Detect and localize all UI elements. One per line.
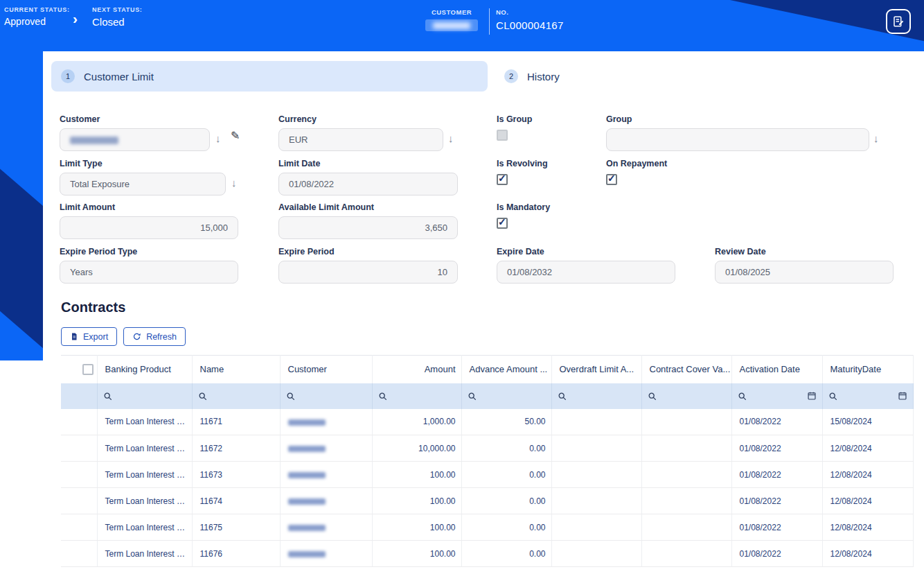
- filter-maturity-date[interactable]: [822, 383, 913, 409]
- field-available-limit-amount: Available Limit Amount 3,650: [278, 202, 458, 239]
- filter-name[interactable]: [192, 383, 280, 409]
- currency-input[interactable]: EUR: [278, 128, 443, 151]
- is-mandatory-label: Is Mandatory: [497, 202, 550, 212]
- next-status-value: Closed: [92, 16, 143, 28]
- is-revolving-checkbox[interactable]: [497, 174, 508, 185]
- contract-row[interactable]: Term Loan Interest C... 11672 10,000.00 …: [61, 435, 913, 462]
- cell-banking-product: Term Loan Interest C...: [97, 462, 192, 488]
- available-limit-amount-input[interactable]: 3,650: [278, 216, 458, 239]
- on-repayment-checkbox[interactable]: [606, 174, 617, 185]
- group-dropdown-arrow-icon[interactable]: ↓: [873, 133, 879, 144]
- tab-customer-limit[interactable]: 1 Customer Limit: [51, 61, 488, 92]
- document-edit-icon: [892, 15, 905, 28]
- field-review-date: Review Date 01/08/2025: [715, 247, 894, 284]
- filter-amount[interactable]: [372, 383, 461, 409]
- calendar-icon[interactable]: [898, 391, 907, 401]
- field-is-mandatory: Is Mandatory: [497, 202, 550, 229]
- review-date-label: Review Date: [715, 247, 894, 256]
- filter-advance-amount[interactable]: [461, 383, 551, 409]
- is-group-checkbox[interactable]: [497, 130, 508, 141]
- expire-period-input[interactable]: 10: [278, 261, 458, 284]
- search-icon: [828, 392, 837, 401]
- cell-overdraft-limit: [551, 435, 641, 462]
- limit-type-dropdown-arrow-icon[interactable]: ↓: [231, 177, 237, 188]
- select-all-checkbox[interactable]: [82, 364, 94, 375]
- contract-row[interactable]: Term Loan Interest C... 11676 100.00 0.0…: [61, 541, 913, 567]
- filter-activation-date[interactable]: [731, 383, 822, 409]
- limit-amount-input[interactable]: 15,000: [60, 216, 238, 239]
- field-on-repayment: On Repayment: [606, 159, 667, 185]
- customer-input[interactable]: [60, 128, 210, 151]
- header-action-button[interactable]: [886, 9, 911, 34]
- col-maturity-date[interactable]: MaturityDate: [822, 356, 913, 383]
- cell-select: [61, 514, 97, 541]
- redacted-customer-value: [288, 446, 326, 452]
- filter-customer[interactable]: [280, 383, 372, 409]
- contracts-table: Banking Product Name Customer Amount Adv…: [61, 355, 913, 567]
- on-repayment-label: On Repayment: [606, 159, 667, 168]
- customer-edit-pencil-icon[interactable]: ✎: [231, 130, 240, 141]
- group-input[interactable]: [606, 128, 869, 151]
- col-amount[interactable]: Amount: [372, 356, 461, 383]
- header-customer-value[interactable]: [425, 19, 478, 31]
- expire-date-label: Expire Date: [497, 247, 675, 256]
- contract-row[interactable]: Term Loan Interest C... 11673 100.00 0.0…: [61, 462, 913, 488]
- step-2-label: History: [527, 71, 560, 82]
- review-date-input[interactable]: 01/08/2025: [715, 261, 894, 284]
- cell-advance-amount: 0.00: [461, 462, 551, 488]
- contracts-title: Contracts: [61, 299, 125, 315]
- header-no-value: CL000004167: [496, 19, 564, 31]
- contract-row[interactable]: Term Loan Interest C... 11674 100.00 0.0…: [61, 488, 913, 514]
- cell-activation-date: 01/08/2022: [731, 435, 822, 462]
- contract-row[interactable]: Term Loan Interest C... 11671 1,000.00 5…: [61, 409, 913, 435]
- cell-name: 11675: [192, 514, 280, 541]
- refresh-button[interactable]: Refresh: [123, 327, 186, 346]
- search-icon: [738, 392, 747, 401]
- limit-type-input[interactable]: Total Exposure: [60, 173, 226, 195]
- currency-dropdown-arrow-icon[interactable]: ↓: [448, 133, 454, 144]
- cell-maturity-date: 15/08/2024: [822, 409, 913, 435]
- cell-customer: [280, 435, 372, 462]
- field-limit-amount: Limit Amount 15,000: [60, 202, 238, 239]
- col-activation-date[interactable]: Activation Date: [731, 356, 822, 383]
- cell-select: [61, 462, 97, 488]
- main-card: 1 Customer Limit 2 History Customer ↓ ✎ …: [43, 51, 924, 574]
- cell-amount: 100.00: [372, 488, 461, 514]
- limit-date-label: Limit Date: [278, 159, 458, 168]
- limit-date-input[interactable]: 01/08/2022: [278, 173, 458, 195]
- is-group-label: Is Group: [497, 114, 532, 124]
- export-button[interactable]: Export: [61, 327, 117, 346]
- cell-amount: 1,000.00: [372, 409, 461, 435]
- filter-contract-cover[interactable]: [641, 383, 731, 409]
- filter-banking-product[interactable]: [97, 383, 192, 409]
- col-name[interactable]: Name: [192, 356, 280, 383]
- cell-contract-cover: [641, 435, 731, 462]
- table-filter-row: [61, 383, 913, 409]
- cell-amount: 100.00: [372, 514, 461, 541]
- col-contract-cover[interactable]: Contract Cover Va...: [641, 356, 731, 383]
- tab-history[interactable]: 2 History: [495, 61, 569, 92]
- col-overdraft-limit[interactable]: Overdraft Limit A...: [551, 356, 641, 383]
- col-customer[interactable]: Customer: [280, 356, 372, 383]
- contract-row[interactable]: Term Loan Interest C... 11675 100.00 0.0…: [61, 514, 913, 541]
- cell-customer: [280, 409, 372, 435]
- cell-customer: [280, 488, 372, 514]
- calendar-icon[interactable]: [807, 391, 817, 401]
- top-status-bar: CURRENT STATUS: Approved › NEXT STATUS: …: [0, 0, 924, 51]
- is-mandatory-checkbox[interactable]: [497, 218, 508, 229]
- expire-period-type-input[interactable]: Years: [60, 261, 238, 284]
- redacted-customer-value: [288, 525, 326, 531]
- customer-dropdown-arrow-icon[interactable]: ↓: [215, 133, 221, 144]
- redacted-customer-value: [288, 419, 326, 426]
- filter-overdraft-limit[interactable]: [551, 383, 641, 409]
- current-status-value: Approved: [4, 16, 70, 27]
- col-advance-amount[interactable]: Advance Amount ...: [461, 356, 551, 383]
- filter-select: [61, 383, 97, 409]
- col-banking-product[interactable]: Banking Product: [97, 356, 192, 383]
- search-icon: [103, 392, 112, 401]
- select-all-header: [61, 356, 97, 383]
- expire-date-input[interactable]: 01/08/2032: [497, 261, 675, 284]
- available-limit-amount-label: Available Limit Amount: [278, 202, 458, 212]
- customer-label: Customer: [60, 114, 210, 124]
- cell-name: 11674: [192, 488, 280, 514]
